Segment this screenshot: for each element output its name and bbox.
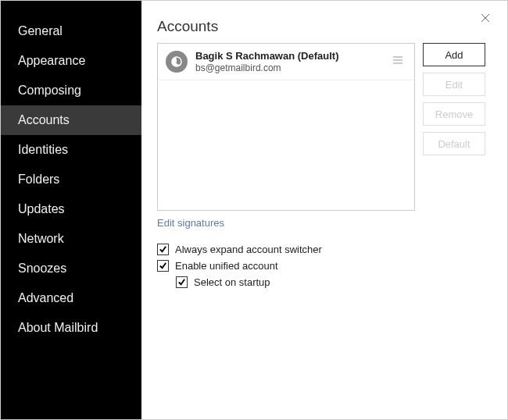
drag-handle-icon[interactable] — [389, 55, 406, 69]
sidebar-item-snoozes[interactable]: Snoozes — [1, 254, 141, 283]
add-button[interactable]: Add — [423, 43, 485, 66]
checkbox-icon — [157, 260, 169, 272]
checkbox-expand-switcher[interactable]: Always expand account switcher — [157, 244, 487, 255]
sidebar: General Appearance Composing Accounts Id… — [1, 1, 141, 419]
sidebar-item-folders[interactable]: Folders — [1, 165, 141, 194]
checkbox-select-startup[interactable]: Select on startup — [176, 276, 487, 288]
main-panel: Accounts Bagik S Rachmawan (Default) bs@… — [141, 1, 507, 419]
remove-button[interactable]: Remove — [423, 102, 485, 126]
sidebar-item-advanced[interactable]: Advanced — [1, 283, 141, 313]
accounts-list: Bagik S Rachmawan (Default) bs@getmailbi… — [157, 43, 415, 211]
checkbox-label: Always expand account switcher — [175, 244, 322, 255]
sidebar-item-appearance[interactable]: Appearance — [1, 46, 141, 76]
sidebar-item-general[interactable]: General — [1, 16, 141, 46]
page-title: Accounts — [157, 18, 487, 35]
checkbox-icon — [176, 276, 188, 288]
sidebar-item-updates[interactable]: Updates — [1, 194, 141, 224]
account-info: Bagik S Rachmawan (Default) bs@getmailbi… — [195, 50, 389, 73]
edit-signatures-link[interactable]: Edit signatures — [157, 217, 224, 229]
checkbox-label: Enable unified account — [175, 260, 278, 272]
account-email: bs@getmailbird.com — [195, 62, 389, 73]
account-avatar-icon — [166, 51, 188, 73]
close-icon — [481, 13, 490, 23]
sidebar-item-network[interactable]: Network — [1, 224, 141, 254]
checkbox-unified-account[interactable]: Enable unified account — [157, 260, 487, 272]
default-button[interactable]: Default — [423, 132, 485, 155]
checkbox-icon — [157, 244, 169, 255]
sidebar-item-accounts[interactable]: Accounts — [1, 105, 141, 135]
account-name: Bagik S Rachmawan (Default) — [195, 50, 389, 62]
sidebar-item-identities[interactable]: Identities — [1, 135, 141, 165]
close-button[interactable] — [481, 12, 493, 24]
checkbox-group: Always expand account switcher Enable un… — [157, 244, 487, 288]
checkbox-label: Select on startup — [194, 276, 270, 288]
account-buttons: Add Edit Remove Default — [423, 43, 485, 211]
account-row[interactable]: Bagik S Rachmawan (Default) bs@getmailbi… — [158, 44, 414, 80]
sidebar-item-composing[interactable]: Composing — [1, 76, 141, 105]
sidebar-item-about[interactable]: About Mailbird — [1, 313, 141, 343]
edit-button[interactable]: Edit — [423, 73, 485, 96]
